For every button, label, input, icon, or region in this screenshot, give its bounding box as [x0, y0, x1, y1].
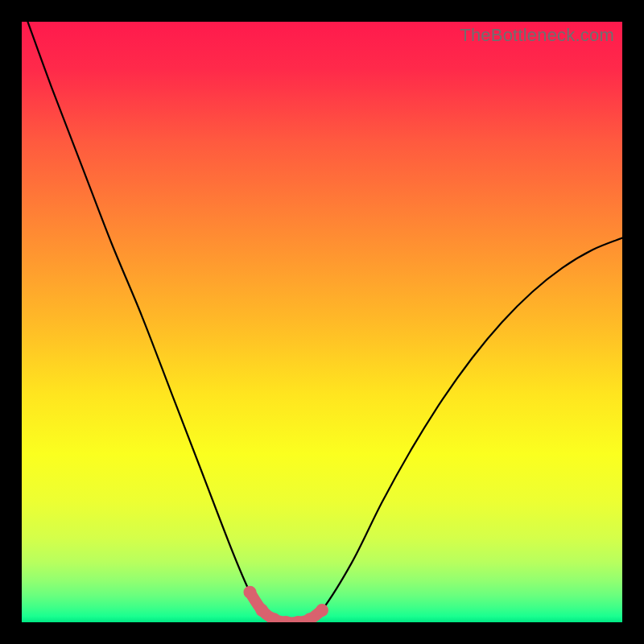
bottleneck-curve — [27, 22, 622, 622]
optimal-point — [243, 586, 256, 599]
chart-frame: TheBottleneck.com — [0, 0, 644, 644]
optimal-point — [255, 604, 268, 617]
optimal-point — [316, 604, 328, 617]
watermark-text: TheBottleneck.com — [460, 25, 614, 46]
plot-area: TheBottleneck.com — [22, 22, 622, 622]
curve-layer — [22, 22, 622, 622]
